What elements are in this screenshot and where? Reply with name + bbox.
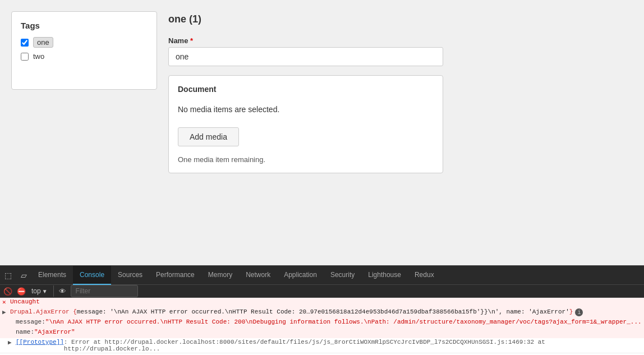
prototype-text: : Error at http://drupal.docker.localhos… xyxy=(64,339,642,352)
console-main-error: ▶ Drupal.AjaxError {message: '\nAn AJAX … xyxy=(0,308,644,318)
info-badge[interactable]: i xyxy=(575,308,583,316)
message-value: "\nAn AJAX HTTP error occurred.\nHTTP Re… xyxy=(45,319,642,325)
document-card: Document No media items are selected. Ad… xyxy=(168,75,443,173)
devtools-toolbar: ⬚ ▱ Elements Console Sources Performance… xyxy=(0,266,644,285)
toolbar-separator xyxy=(53,285,54,297)
tab-network[interactable]: Network xyxy=(239,266,277,285)
clear-console-button[interactable]: 🚫 xyxy=(2,285,13,297)
collapse-arrow-main[interactable]: ▶ xyxy=(2,308,10,316)
tab-elements[interactable]: Elements xyxy=(31,266,73,285)
console-filter-input[interactable] xyxy=(71,285,138,297)
console-output: ✕ Uncaught ▶ Drupal.AjaxError {message: … xyxy=(0,298,644,355)
media-remaining-text: One media item remaining. xyxy=(178,155,434,164)
name-key: name: xyxy=(16,329,34,335)
tag-badge-one: one xyxy=(33,37,53,48)
console-input-row: > xyxy=(0,353,644,355)
tag-item-one: one xyxy=(21,37,148,48)
prototype-arrow[interactable]: ▶ xyxy=(8,339,16,346)
name-input[interactable] xyxy=(168,47,443,66)
name-label: Name * xyxy=(168,36,633,45)
tag-item-two: two xyxy=(21,52,148,61)
devtools-inspect-icon[interactable]: ⬚ xyxy=(0,266,16,285)
tag-checkbox-two[interactable] xyxy=(21,53,29,61)
devtools-device-icon[interactable]: ▱ xyxy=(16,266,31,285)
tab-console[interactable]: Console xyxy=(73,266,111,285)
main-content: Tags one two one (1) Name * Document No … xyxy=(0,0,644,265)
console-detail-message: message: "\nAn AJAX HTTP error occurred.… xyxy=(0,318,644,328)
detail-panel: one (1) Name * Document No media items a… xyxy=(168,11,633,254)
filter-toggle-button[interactable]: ⛔ xyxy=(16,285,27,297)
console-prototype-line: ▶ [[Prototype]] : Error at http://drupal… xyxy=(0,338,644,353)
tab-performance[interactable]: Performance xyxy=(149,266,201,285)
name-value: "AjaxError" xyxy=(34,329,75,335)
detail-header: one (1) xyxy=(168,11,633,27)
message-key: message: xyxy=(16,319,45,325)
tab-security[interactable]: Security xyxy=(324,266,361,285)
tag-checkbox-one[interactable] xyxy=(21,39,29,47)
tab-sources[interactable]: Sources xyxy=(111,266,149,285)
devtools-panel: ⬚ ▱ Elements Console Sources Performance… xyxy=(0,265,644,355)
add-media-button[interactable]: Add media xyxy=(178,127,239,146)
top-context-label: top xyxy=(31,287,41,295)
eye-button[interactable]: 👁 xyxy=(57,285,68,297)
top-context-arrow: ▼ xyxy=(42,288,48,294)
top-context-selector[interactable]: top ▼ xyxy=(29,287,50,295)
required-star: * xyxy=(190,36,193,45)
console-detail-name: name: "AjaxError" xyxy=(0,328,644,338)
console-toolbar: 🚫 ⛔ top ▼ 👁 xyxy=(0,285,644,298)
tags-panel: Tags one two xyxy=(11,11,157,90)
uncaught-text: Uncaught xyxy=(10,298,40,305)
tag-label-two: two xyxy=(33,52,44,61)
tab-lighthouse[interactable]: Lighthouse xyxy=(361,266,408,285)
tab-redux[interactable]: Redux xyxy=(408,266,441,285)
prototype-link[interactable]: [[Prototype]] xyxy=(16,339,64,345)
console-uncaught-label: ✕ Uncaught xyxy=(0,298,644,308)
tab-application[interactable]: Application xyxy=(277,266,324,285)
document-title: Document xyxy=(178,85,434,94)
error-prefix-icon: ✕ xyxy=(2,298,10,306)
error-main-text: Drupal.AjaxError {message: '\nAn AJAX HT… xyxy=(10,308,573,315)
tags-title: Tags xyxy=(21,21,148,30)
tab-memory[interactable]: Memory xyxy=(201,266,239,285)
no-media-text: No media items are selected. xyxy=(178,105,434,114)
name-section: Name * xyxy=(168,36,633,66)
